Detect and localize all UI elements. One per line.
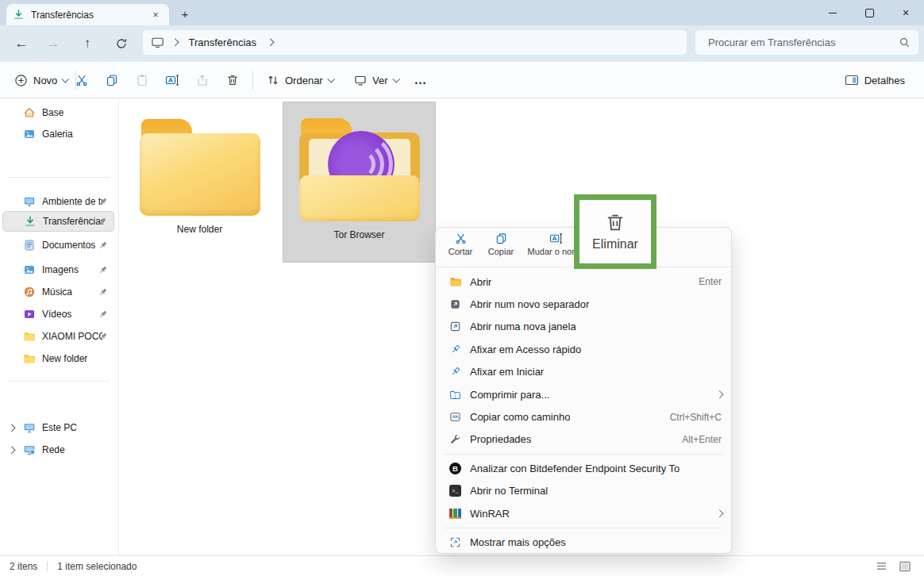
menu-item-copiar-como-caminho[interactable]: Copiar como caminho Ctrl+Shift+C (439, 405, 728, 428)
up-button[interactable]: ↑ (71, 28, 103, 60)
breadcrumb-segment[interactable]: Transferências (189, 36, 257, 48)
ellipsis-icon: … (414, 76, 428, 84)
music-icon (23, 286, 36, 298)
copy-button[interactable] (98, 66, 126, 94)
sidebar-item-label: Galeria (42, 129, 73, 140)
menu-item-afixar-iniciar[interactable]: Afixar em Iniciar (439, 361, 728, 383)
title-bar: Transferências × + × (0, 0, 924, 25)
view-button[interactable]: Ver (348, 66, 405, 94)
chevron-down-icon (327, 75, 334, 83)
winrar-icon (449, 507, 462, 520)
delete-button[interactable] (218, 66, 247, 94)
details-pane-button[interactable]: Detalhes (838, 66, 911, 94)
documents-icon (23, 239, 36, 252)
sidebar-item-documentos[interactable]: Documentos (2, 235, 114, 255)
paste-button[interactable] (128, 66, 156, 94)
pin-icon (98, 332, 108, 342)
maximize-button[interactable] (851, 0, 887, 25)
new-tab-button[interactable]: + (176, 6, 194, 21)
menu-item-label: Comprimir para... (470, 389, 549, 401)
back-button[interactable]: ← (6, 28, 37, 60)
sidebar-item-new-folder[interactable]: New folder (2, 348, 114, 369)
rename-button[interactable] (158, 66, 187, 94)
menu-item-abrir-nova-janela[interactable]: Abrir numa nova janela (439, 316, 728, 338)
breadcrumb-chevron-icon[interactable] (267, 39, 274, 46)
menu-item-afixar-acesso-rapido[interactable]: Afixar em Acesso rápido (439, 338, 728, 360)
thumbnail-view-toggle[interactable] (899, 561, 911, 572)
sidebar-separator (8, 177, 110, 178)
sidebar-item-videos[interactable]: Vídeos (2, 304, 114, 324)
menu-separator (444, 454, 723, 455)
view-icon (354, 74, 367, 86)
sidebar-item-transferencias[interactable]: Transferências (2, 211, 114, 232)
menu-item-bitdefender-scan[interactable]: B Analizar con Bitdefender Endpoint Secu… (439, 457, 728, 479)
menu-item-label: Copiar como caminho (470, 411, 570, 423)
quick-delete-button[interactable]: Eliminar (592, 212, 638, 252)
copy-path-icon (449, 410, 462, 424)
details-pane-label: Detalhes (864, 75, 905, 86)
quick-copy-button[interactable]: Copiar (482, 232, 520, 256)
minimize-button[interactable] (814, 0, 851, 25)
sidebar-item-musica[interactable]: Música (2, 282, 114, 302)
share-icon (196, 74, 209, 86)
this-pc-icon[interactable] (151, 36, 164, 49)
status-separator (47, 562, 48, 571)
expand-chevron-icon[interactable] (8, 446, 15, 453)
close-button[interactable]: × (887, 0, 924, 25)
downloads-icon (24, 215, 37, 228)
expand-chevron-icon[interactable] (8, 424, 15, 431)
command-toolbar: Novo Ordenar Ver (0, 62, 924, 98)
sidebar-item-label: Base (42, 107, 64, 118)
forward-button[interactable]: → (37, 28, 69, 60)
file-tile-new-folder[interactable]: New folder (137, 106, 262, 262)
sidebar-item-xiaomi-poco[interactable]: XIAOMI POCO F (2, 326, 114, 347)
new-button[interactable]: Novo (8, 66, 75, 94)
menu-item-mostrar-mais-opcoes[interactable]: Mostrar mais opções (439, 531, 728, 553)
home-icon (23, 106, 36, 119)
menu-separator (444, 528, 723, 528)
quick-action-label: Cortar (449, 247, 473, 256)
sidebar-item-rede[interactable]: Rede (2, 440, 114, 460)
tab-transferencias[interactable]: Transferências × (6, 4, 169, 25)
sidebar-item-imagens[interactable]: Imagens (2, 259, 114, 280)
menu-item-propriedades[interactable]: Propriedades Alt+Enter (439, 428, 728, 451)
toolbar-separator (252, 71, 253, 90)
menu-item-abrir[interactable]: Abrir Enter (439, 271, 728, 293)
sidebar-item-galeria[interactable]: Galeria (2, 124, 114, 144)
sort-button[interactable]: Ordenar (260, 66, 340, 94)
more-button[interactable]: … (406, 66, 435, 94)
sidebar-item-este-pc[interactable]: Este PC (2, 417, 114, 438)
copy-icon (106, 74, 118, 86)
menu-item-comprimir-para[interactable]: Comprimir para... (439, 383, 728, 405)
menu-item-shortcut: Alt+Enter (682, 434, 722, 445)
cut-button[interactable] (67, 66, 96, 94)
selection-count: 1 item selecionado (57, 561, 137, 572)
tab-close-button[interactable]: × (148, 8, 163, 22)
menu-item-abrir-novo-separador[interactable]: Abrir num novo separador (439, 293, 728, 315)
menu-item-winrar[interactable]: WinRAR (439, 502, 728, 524)
search-box (695, 30, 918, 55)
trash-icon (605, 212, 626, 233)
pin-icon (98, 287, 108, 298)
share-button[interactable] (188, 66, 217, 94)
search-input[interactable] (706, 36, 899, 49)
quick-cut-button[interactable]: Cortar (442, 232, 479, 256)
menu-item-label: Afixar em Acesso rápido (470, 344, 581, 355)
submenu-chevron-icon (715, 391, 722, 398)
sidebar-item-base[interactable]: Base (2, 102, 114, 123)
sidebar-item-ambiente-de-trabalho[interactable]: Ambiente de tra (2, 191, 114, 212)
list-view-toggle[interactable] (876, 562, 887, 570)
desktop-icon (23, 195, 36, 208)
sidebar-item-label: Documentos (42, 240, 95, 251)
details-pane-icon (845, 74, 859, 86)
maximize-icon (865, 9, 874, 17)
file-tile-tor-browser[interactable]: Tor Browser (283, 102, 436, 263)
folder-icon (23, 330, 36, 343)
search-icon[interactable] (899, 36, 911, 48)
refresh-button[interactable] (106, 28, 137, 60)
paste-icon (136, 74, 148, 86)
menu-item-abrir-no-terminal[interactable]: >_ Abrir no Terminal (439, 480, 728, 502)
pin-icon (98, 240, 108, 251)
menu-item-label: Analizar con Bitdefender Endpoint Securi… (470, 463, 680, 474)
status-bar: 2 itens 1 item selecionado (0, 555, 924, 576)
